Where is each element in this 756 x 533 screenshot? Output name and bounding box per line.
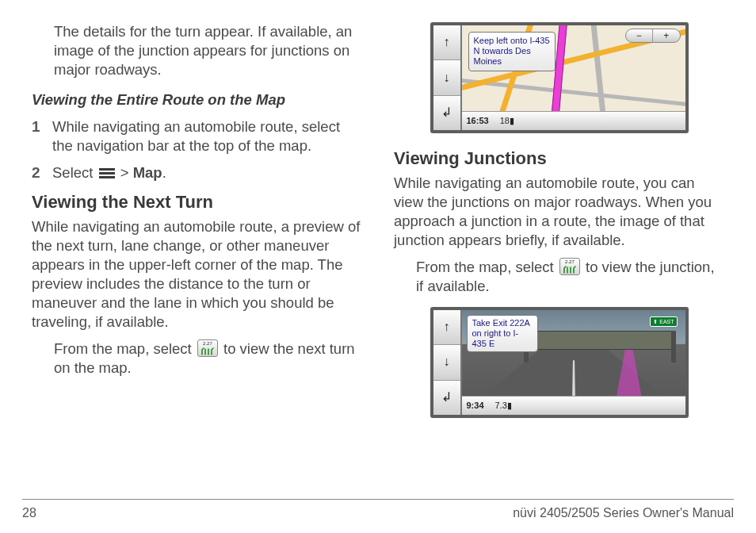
page-footer: 28 nüvi 2405/2505 Series Owner's Manual (22, 506, 734, 520)
junctions-paragraph: While navigating an automobile route, yo… (394, 174, 724, 250)
status-distance: 7.3▮ (495, 400, 512, 411)
right-column: ↑ ↓ ↲ − + Keep left onto I-435 N towards… (394, 22, 724, 432)
step2-text-a: Select (52, 164, 97, 181)
step-1: 1 While navigating an automobile route, … (32, 117, 362, 155)
step2-text-b: > (116, 164, 133, 181)
page-number: 28 (22, 506, 36, 520)
menu-icon (99, 168, 115, 179)
zoom-out-button[interactable]: − (626, 29, 654, 42)
step2-map-label: Map (133, 164, 162, 181)
scroll-down-button[interactable]: ↓ (433, 345, 460, 380)
step-number: 1 (32, 117, 52, 155)
left-column: The details for the turn appear. If avai… (32, 22, 362, 432)
junction-canvas: ⬆ EAST Take Exit 222A on right to I-435 … (462, 310, 685, 415)
zoom-control[interactable]: − + (625, 29, 681, 43)
p2-a: From the map, select (416, 259, 558, 275)
scroll-up-button[interactable]: ↑ (433, 25, 460, 60)
manual-title: nüvi 2405/2505 Series Owner's Manual (513, 506, 734, 520)
step-text: Select > Map. (52, 163, 362, 183)
next-turn-paragraph: While navigating an automobile route, a … (32, 217, 362, 332)
scroll-up-button[interactable]: ↑ (433, 310, 460, 345)
svg-rect-2 (99, 176, 115, 178)
turn-preview-icon (197, 339, 218, 357)
junction-side-controls: ↑ ↓ ↲ (433, 310, 462, 415)
step-2: 2 Select > Map. (32, 163, 362, 183)
status-distance: 18▮ (500, 115, 514, 126)
back-button[interactable]: ↲ (433, 96, 460, 130)
intro-paragraph: The details for the turn appear. If avai… (54, 22, 362, 79)
scroll-down-button[interactable]: ↓ (433, 60, 460, 95)
direction-popup[interactable]: Take Exit 222A on right to I-435 E (467, 315, 538, 353)
svg-rect-1 (99, 172, 115, 174)
map-side-controls: ↑ ↓ ↲ (433, 25, 462, 130)
subheading-entire-route: Viewing the Entire Route on the Map (32, 90, 362, 109)
gantry-leg-icon (671, 331, 676, 362)
map-canvas: − + Keep left onto I-435 N towards Des M… (462, 25, 685, 130)
p3-a: From the map, select (54, 340, 196, 357)
step-text: While navigating an automobile route, se… (52, 117, 362, 155)
zoom-in-button[interactable]: + (653, 29, 680, 42)
svg-rect-0 (99, 168, 115, 171)
junction-status-bar: 9:34 7.3▮ (462, 396, 685, 415)
junction-screenshot: ↑ ↓ ↲ ⬆ EAST Take Exit 222A on right to … (430, 307, 689, 418)
turn-preview-icon (559, 258, 580, 275)
heading-junctions: Viewing Junctions (394, 148, 724, 171)
map-screenshot: ↑ ↓ ↲ − + Keep left onto I-435 N towards… (430, 22, 689, 133)
back-button[interactable]: ↲ (433, 381, 460, 415)
footer-divider (22, 499, 734, 500)
map-status-bar: 16:53 18▮ (462, 111, 685, 130)
heading-next-turn: Viewing the Next Turn (32, 191, 362, 214)
junctions-instruction: From the map, select to view the junctio… (416, 258, 724, 296)
direction-popup[interactable]: Keep left onto I-435 N towards Des Moine… (468, 32, 556, 71)
status-time: 16:53 (467, 115, 489, 126)
step-number: 2 (32, 163, 52, 183)
step2-text-c: . (162, 164, 166, 181)
status-time: 9:34 (467, 400, 484, 411)
next-turn-instruction: From the map, select to view the next tu… (54, 339, 362, 378)
highway-sign: ⬆ EAST (650, 316, 677, 327)
gantry-icon (524, 331, 676, 350)
